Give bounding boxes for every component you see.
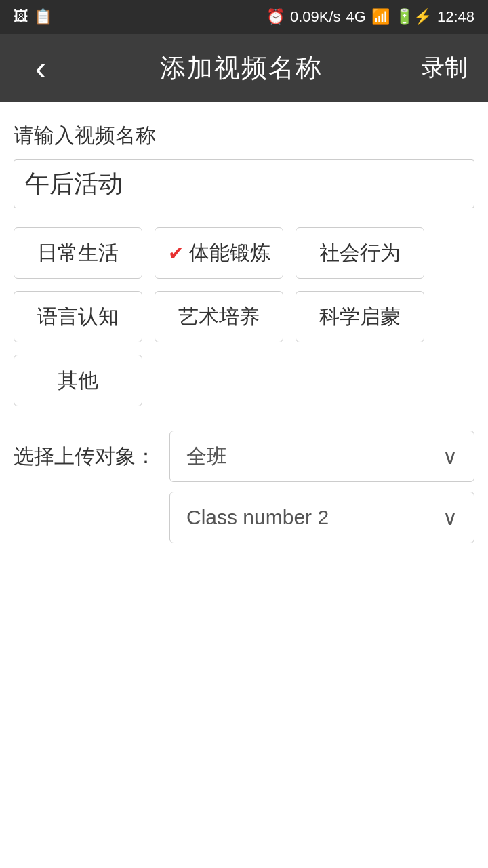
class-dropdown-value: 全班 (186, 443, 227, 471)
category-language[interactable]: 语言认知 (14, 291, 142, 342)
input-section: 请输入视频名称 (14, 122, 474, 208)
gallery-icon: 🖼 (14, 8, 28, 26)
battery-icon: 🔋⚡ (395, 8, 432, 26)
input-label: 请输入视频名称 (14, 122, 474, 150)
record-button[interactable]: 录制 (422, 52, 468, 83)
class-number-dropdown[interactable]: Class number 2 ∨ (169, 492, 474, 543)
check-icon: ✔ (168, 242, 184, 264)
category-other[interactable]: 其他 (14, 355, 142, 406)
main-content: 请输入视频名称 日常生活 ✔ 体能锻炼 社会行为 语言认知 艺术培养 科学启蒙 … (0, 102, 488, 564)
category-exercise-label: 体能锻炼 (189, 239, 270, 267)
chevron-down-icon-2: ∨ (443, 506, 458, 530)
class-dropdown[interactable]: 全班 ∨ (169, 431, 474, 482)
signal-icon: 📶 (371, 8, 390, 26)
category-daily[interactable]: 日常生活 (14, 227, 142, 279)
upload-label: 选择上传对象： (14, 431, 156, 471)
category-art-label: 艺术培养 (178, 303, 260, 331)
status-bar: 🖼 📋 ⏰ 0.09K/s 4G 📶 🔋⚡ 12:48 (0, 0, 488, 34)
category-language-label: 语言认知 (37, 303, 119, 331)
category-exercise[interactable]: ✔ 体能锻炼 (155, 227, 283, 279)
upload-section: 选择上传对象： 全班 ∨ Class number 2 ∨ (14, 431, 474, 543)
category-art[interactable]: 艺术培养 (155, 291, 283, 342)
category-social[interactable]: 社会行为 (296, 227, 424, 279)
category-grid: 日常生活 ✔ 体能锻炼 社会行为 语言认知 艺术培养 科学启蒙 其他 (14, 227, 474, 406)
video-name-input[interactable] (14, 159, 474, 208)
chevron-down-icon: ∨ (443, 445, 458, 469)
category-other-label: 其他 (58, 367, 98, 395)
category-science[interactable]: 科学启蒙 (296, 291, 424, 342)
network-speed: 0.09K/s (290, 8, 341, 26)
nav-bar: ‹ 添加视频名称 录制 (0, 34, 488, 102)
dropdowns: 全班 ∨ Class number 2 ∨ (169, 431, 474, 543)
page-title: 添加视频名称 (160, 51, 323, 85)
network-type: 4G (346, 8, 366, 26)
class-number-dropdown-value: Class number 2 (186, 506, 329, 529)
category-daily-label: 日常生活 (37, 239, 119, 267)
clock-icon: ⏰ (266, 8, 285, 26)
time-display: 12:48 (437, 8, 474, 26)
back-button[interactable]: ‹ (20, 48, 61, 87)
category-social-label: 社会行为 (319, 239, 401, 267)
sim-icon: 📋 (34, 8, 52, 26)
category-science-label: 科学启蒙 (319, 303, 401, 331)
